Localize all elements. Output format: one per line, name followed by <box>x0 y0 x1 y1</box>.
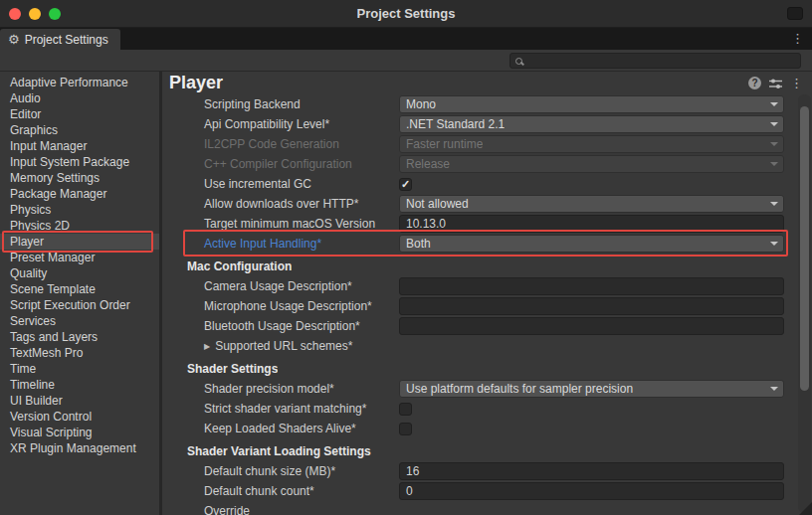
sidebar-item-graphics[interactable]: Graphics <box>0 122 159 138</box>
setting-label: Bluetooth Usage Description* <box>162 319 399 333</box>
setting-label: Supported URL schemes* <box>215 339 352 353</box>
sidebar-item-ui-builder[interactable]: UI Builder <box>0 393 159 409</box>
setting-label: Default chunk count* <box>162 484 399 498</box>
setting-label: Camera Usage Description* <box>162 279 399 293</box>
use-incremental-gc-checkbox[interactable]: ✓ <box>399 178 412 191</box>
settings-row: Allow downloads over HTTP* Not allowed <box>162 194 797 214</box>
search-box[interactable] <box>509 53 801 69</box>
chevron-down-icon <box>770 387 778 391</box>
keep-loaded-shaders-alive-checkbox[interactable] <box>399 423 412 435</box>
dropdown-value: Faster runtime <box>406 137 483 151</box>
chevron-down-icon <box>770 142 778 146</box>
section-header-mac-configuration: Mac Configuration <box>162 257 797 276</box>
resize-grip[interactable] <box>799 502 812 515</box>
close-button[interactable] <box>9 8 21 20</box>
dropdown-value: Release <box>406 157 450 171</box>
window-title: Project Settings <box>0 6 812 21</box>
sidebar-item-xr-plugin-management[interactable]: XR Plugin Management <box>0 440 159 456</box>
settings-row: IL2CPP Code Generation Faster runtime <box>162 134 797 154</box>
dropdown-value: Use platform defaults for sampler precis… <box>406 382 633 396</box>
settings-row: Keep Loaded Shaders Alive* <box>162 419 797 438</box>
settings-row: Use incremental GC ✓ <box>162 174 797 194</box>
setting-label: Keep Loaded Shaders Alive* <box>162 422 399 435</box>
sidebar-item-timeline[interactable]: Timeline <box>0 377 159 393</box>
player-settings-panel: Player ? ⋮ Scripting Backend <box>162 72 812 515</box>
tab-menu-icon[interactable]: ⋮ <box>791 32 804 45</box>
presets-icon[interactable] <box>769 78 782 89</box>
sidebar-item-script-execution-order[interactable]: Script Execution Order <box>0 297 159 313</box>
help-icon[interactable]: ? <box>748 77 761 89</box>
default-chunk-count-field[interactable] <box>399 482 784 500</box>
search-input[interactable] <box>527 55 800 67</box>
sidebar-item-physics[interactable]: Physics <box>0 202 159 218</box>
sidebar-item-tags-and-layers[interactable]: Tags and Layers <box>0 329 159 345</box>
checkmark-icon: ✓ <box>401 179 410 190</box>
microphone-usage-description-field[interactable] <box>399 297 784 315</box>
gear-icon: ⚙ <box>8 33 20 46</box>
setting-label: Override <box>162 504 399 515</box>
setting-label: C++ Compiler Configuration <box>162 157 399 171</box>
sidebar-item-input-system-package[interactable]: Input System Package <box>0 154 159 170</box>
settings-row: Scripting Backend Mono <box>162 94 797 114</box>
setting-label: Microphone Usage Description* <box>162 299 399 313</box>
sidebar-item-scene-template[interactable]: Scene Template <box>0 281 159 297</box>
scrollbar-thumb[interactable] <box>800 106 809 391</box>
vertical-scrollbar[interactable] <box>798 94 811 513</box>
sidebar-item-player[interactable]: Player <box>0 234 159 250</box>
settings-row: Camera Usage Description* <box>162 276 797 296</box>
dropdown-value: Both <box>406 237 431 251</box>
settings-category-list: Adaptive Performance Audio Editor Graphi… <box>0 72 159 515</box>
api-compatibility-level-dropdown[interactable]: .NET Standard 2.1 <box>399 115 784 133</box>
section-title: Shader Variant Loading Settings <box>162 444 371 458</box>
minimize-button[interactable] <box>29 8 41 20</box>
target-minimum-macos-version-field[interactable] <box>399 215 784 233</box>
sidebar-item-memory-settings[interactable]: Memory Settings <box>0 170 159 186</box>
tab-bar: ⚙ Project Settings ⋮ <box>0 28 812 50</box>
sidebar-item-time[interactable]: Time <box>0 361 159 377</box>
default-chunk-size-field[interactable] <box>399 462 784 480</box>
dropdown-value: .NET Standard 2.1 <box>406 117 505 131</box>
scripting-backend-dropdown[interactable]: Mono <box>399 95 784 113</box>
bluetooth-usage-description-field[interactable] <box>399 317 784 335</box>
foldout-arrow-icon: ▶ <box>204 342 210 351</box>
chevron-down-icon <box>770 122 778 126</box>
sidebar-item-adaptive-performance[interactable]: Adaptive Performance <box>0 75 159 90</box>
setting-label: Target minimum macOS Version <box>162 217 399 231</box>
setting-label: Active Input Handling* <box>162 237 399 251</box>
section-title: Mac Configuration <box>162 259 292 273</box>
camera-usage-description-field[interactable] <box>399 277 784 295</box>
sidebar-item-version-control[interactable]: Version Control <box>0 409 159 425</box>
supported-url-schemes-foldout[interactable]: ▶ Supported URL schemes* <box>162 339 399 353</box>
window-menu-icon[interactable] <box>787 7 803 20</box>
panel-menu-icon[interactable]: ⋮ <box>790 77 803 89</box>
active-input-handling-dropdown[interactable]: Both <box>399 235 784 253</box>
sidebar-item-editor[interactable]: Editor <box>0 106 159 122</box>
settings-row: Default chunk size (MB)* <box>162 461 797 481</box>
sidebar-item-physics-2d[interactable]: Physics 2D <box>0 218 159 234</box>
section-header-shader-settings: Shader Settings <box>162 359 797 379</box>
toolbar <box>0 50 812 72</box>
sidebar-item-audio[interactable]: Audio <box>0 90 159 106</box>
sidebar-item-quality[interactable]: Quality <box>0 265 159 281</box>
settings-row: Override <box>162 501 797 515</box>
dropdown-value: Not allowed <box>406 197 469 211</box>
sidebar-item-textmesh-pro[interactable]: TextMesh Pro <box>0 345 159 361</box>
allow-downloads-over-http-dropdown[interactable]: Not allowed <box>399 195 784 213</box>
settings-row: C++ Compiler Configuration Release <box>162 154 797 174</box>
settings-row: Shader precision model* Use platform def… <box>162 379 797 399</box>
zoom-button[interactable] <box>49 8 61 20</box>
project-settings-window: Project Settings ⚙ Project Settings ⋮ Ad… <box>0 0 812 515</box>
tab-project-settings[interactable]: ⚙ Project Settings <box>0 29 120 50</box>
sidebar-item-preset-manager[interactable]: Preset Manager <box>0 250 159 265</box>
sidebar-item-visual-scripting[interactable]: Visual Scripting <box>0 425 159 440</box>
sidebar-item-services[interactable]: Services <box>0 313 159 329</box>
panel-header: Player ? ⋮ <box>162 72 812 94</box>
sidebar-item-package-manager[interactable]: Package Manager <box>0 186 159 202</box>
shader-precision-model-dropdown[interactable]: Use platform defaults for sampler precis… <box>399 380 784 398</box>
chevron-down-icon <box>770 162 778 166</box>
dropdown-value: Mono <box>406 97 436 111</box>
setting-label: Shader precision model* <box>162 382 399 396</box>
settings-row: Api Compatibility Level* .NET Standard 2… <box>162 114 797 134</box>
strict-shader-variant-matching-checkbox[interactable] <box>399 403 412 416</box>
sidebar-item-input-manager[interactable]: Input Manager <box>0 138 159 154</box>
